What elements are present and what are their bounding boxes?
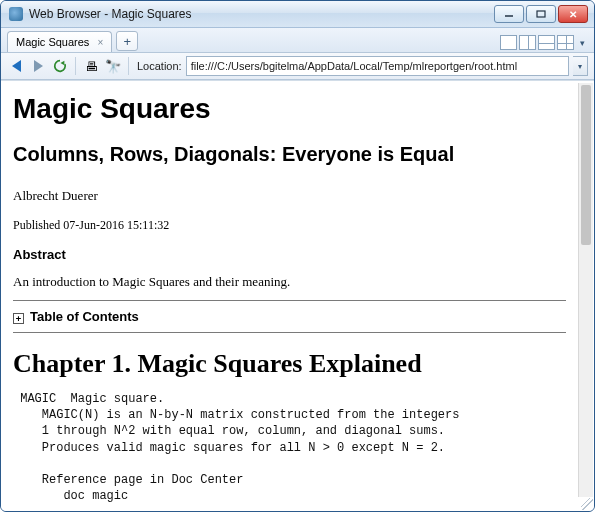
content-area: Magic Squares Columns, Rows, Diagonals: …: [1, 80, 594, 511]
published-line: Published 07-Jun-2016 15:11:32: [13, 218, 566, 233]
print-icon: 🖶: [85, 59, 98, 74]
tab-menu-button[interactable]: ▾: [576, 38, 588, 48]
close-icon: ✕: [569, 9, 577, 20]
back-button[interactable]: [7, 57, 25, 75]
find-button[interactable]: 🔭: [104, 57, 122, 75]
new-tab-button[interactable]: +: [116, 31, 138, 51]
location-url: file:///C:/Users/bgitelma/AppData/Local/…: [191, 60, 517, 72]
reload-icon: [53, 59, 67, 73]
print-button[interactable]: 🖶: [82, 57, 100, 75]
binoculars-icon: 🔭: [105, 59, 121, 74]
tabs: Magic Squares × +: [7, 31, 500, 52]
svg-marker-2: [60, 61, 64, 65]
toc-expand-icon[interactable]: +: [13, 313, 24, 324]
window-buttons: ✕: [494, 5, 588, 23]
layout-single-button[interactable]: [500, 35, 517, 50]
toolbar-separator: [75, 57, 76, 75]
app-logo-icon: [9, 7, 23, 21]
minimize-button[interactable]: [494, 5, 524, 23]
svg-rect-1: [537, 11, 545, 17]
window-title: Web Browser - Magic Squares: [29, 7, 494, 21]
close-button[interactable]: ✕: [558, 5, 588, 23]
maximize-button[interactable]: [526, 5, 556, 23]
code-block: MAGIC Magic square. MAGIC(N) is an N-by-…: [13, 391, 566, 504]
maximize-icon: [536, 10, 546, 18]
plus-icon: +: [123, 34, 131, 49]
vertical-scrollbar[interactable]: [578, 83, 593, 497]
divider: [13, 300, 566, 301]
chevron-down-icon: ▾: [578, 62, 582, 71]
titlebar: Web Browser - Magic Squares ✕: [1, 1, 594, 28]
tab-close-icon[interactable]: ×: [97, 37, 103, 48]
location-label: Location:: [137, 60, 182, 72]
tab-layout-controls: ▾: [500, 35, 588, 52]
tab-magic-squares[interactable]: Magic Squares ×: [7, 31, 112, 52]
tabstrip: Magic Squares × + ▾: [1, 28, 594, 53]
toc-label: Table of Contents: [30, 309, 139, 324]
scrollbar-thumb[interactable]: [581, 85, 591, 245]
page-title: Magic Squares: [13, 93, 566, 125]
location-input[interactable]: file:///C:/Users/bgitelma/AppData/Local/…: [186, 56, 569, 76]
nav-toolbar: 🖶 🔭 Location: file:///C:/Users/bgitelma/…: [1, 53, 594, 80]
author-line: Albrecht Duerer: [13, 188, 566, 204]
browser-window: Web Browser - Magic Squares ✕ Magic Squa…: [0, 0, 595, 512]
abstract-text: An introduction to Magic Squares and the…: [13, 274, 566, 290]
tab-label: Magic Squares: [16, 36, 89, 48]
divider: [13, 332, 566, 333]
chapter-heading: Chapter 1. Magic Squares Explained: [13, 349, 566, 379]
table-of-contents[interactable]: +Table of Contents: [13, 309, 566, 324]
reload-button[interactable]: [51, 57, 69, 75]
abstract-heading: Abstract: [13, 247, 566, 262]
chevron-down-icon: ▾: [580, 38, 585, 48]
document-view: Magic Squares Columns, Rows, Diagonals: …: [1, 81, 578, 511]
toolbar-separator: [128, 57, 129, 75]
layout-split-horizontal-button[interactable]: [538, 35, 555, 50]
minimize-icon: [504, 10, 514, 18]
page-subtitle: Columns, Rows, Diagonals: Everyone is Eq…: [13, 143, 566, 166]
resize-grip-icon[interactable]: [581, 498, 593, 510]
location-dropdown-button[interactable]: ▾: [573, 56, 588, 76]
layout-quad-button[interactable]: [557, 35, 574, 50]
forward-button[interactable]: [29, 57, 47, 75]
arrow-right-icon: [34, 60, 43, 72]
arrow-left-icon: [12, 60, 21, 72]
layout-split-vertical-button[interactable]: [519, 35, 536, 50]
